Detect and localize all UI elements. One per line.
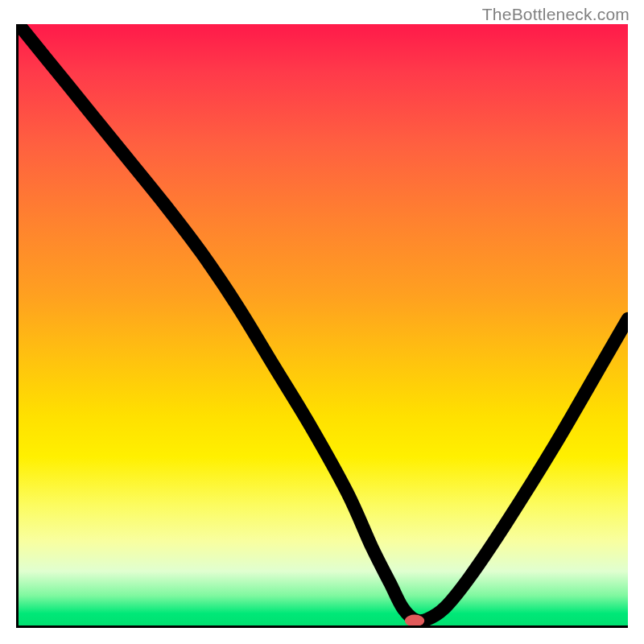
bottleneck-curve: [19, 24, 628, 621]
chart-container: TheBottleneck.com: [0, 0, 644, 644]
chart-svg: [19, 24, 628, 625]
plot-area: [16, 24, 628, 628]
watermark-text: TheBottleneck.com: [482, 5, 630, 24]
